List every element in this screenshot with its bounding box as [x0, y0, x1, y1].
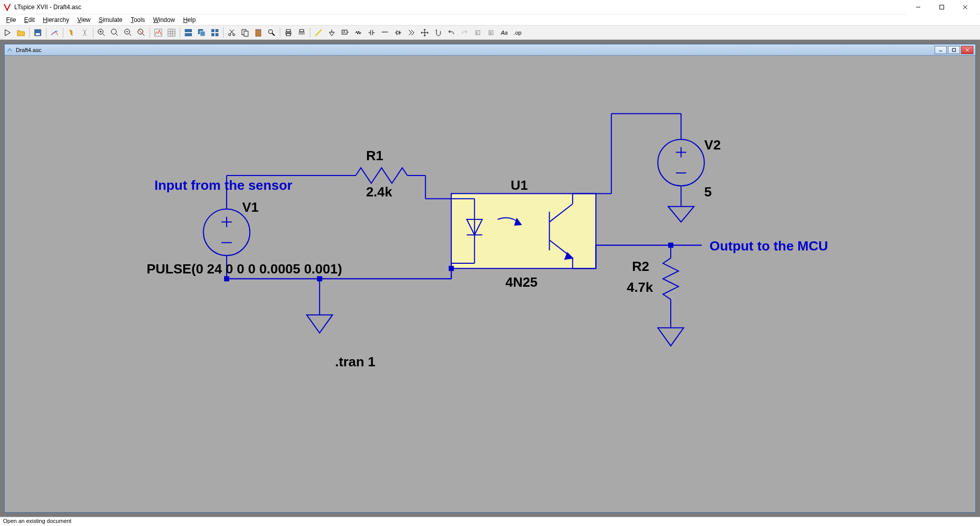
cascade-windows-button[interactable]: [195, 27, 208, 39]
toolbar: A E Ǝ Aa .op: [0, 26, 980, 40]
autorange-button[interactable]: [152, 27, 164, 39]
halt-button[interactable]: [79, 27, 91, 39]
menu-simulate[interactable]: Simulate: [94, 15, 127, 24]
zoom-in-button[interactable]: [95, 27, 108, 39]
resistor-button[interactable]: [352, 27, 364, 39]
svg-marker-86: [307, 315, 333, 333]
menu-window[interactable]: Window: [149, 15, 179, 24]
label-v2-name[interactable]: V2: [704, 137, 721, 153]
svg-rect-26: [185, 33, 192, 36]
label-v1-value[interactable]: PULSE(0 24 0 0 0 0.0005 0.001): [146, 261, 342, 277]
svg-rect-28: [200, 31, 205, 36]
svg-rect-46: [299, 32, 305, 35]
label-r1-name[interactable]: R1: [366, 148, 383, 163]
label-v1-name[interactable]: V1: [242, 199, 258, 215]
op-button-label: .op: [512, 30, 522, 36]
component-r1[interactable]: [356, 168, 407, 183]
svg-point-34: [233, 34, 235, 36]
toggle-grid-button[interactable]: [165, 27, 178, 39]
redo-button[interactable]: [458, 27, 471, 39]
move-button[interactable]: [419, 27, 431, 39]
undo-button[interactable]: [445, 27, 457, 39]
label-u1-name[interactable]: U1: [510, 178, 528, 193]
copy-button[interactable]: [239, 27, 251, 39]
svg-line-14: [129, 34, 131, 36]
svg-line-17: [142, 34, 144, 36]
menu-view[interactable]: View: [73, 15, 94, 24]
svg-rect-29: [211, 29, 214, 32]
svg-line-18: [138, 30, 142, 34]
ground-button[interactable]: [326, 27, 338, 39]
schematic-canvas[interactable]: V1 PULSE(0 24 0 0 0 0.0005 0.001) R1 2.4…: [5, 56, 975, 512]
close-all-button[interactable]: [209, 27, 221, 39]
window-title: LTspice XVII - Draft4.asc: [14, 4, 906, 11]
control-panel-button[interactable]: [48, 27, 61, 39]
svg-marker-4: [5, 30, 10, 36]
capacitor-button[interactable]: [365, 27, 378, 39]
menu-edit[interactable]: Edit: [20, 15, 39, 24]
zoom-fit-button[interactable]: [135, 27, 148, 39]
menubar: File Edit Hierarchy View Simulate Tools …: [0, 14, 980, 26]
child-close-button[interactable]: [961, 46, 973, 54]
print-setup-button[interactable]: [296, 27, 308, 39]
label-v2-value[interactable]: 5: [704, 184, 712, 199]
svg-rect-40: [257, 29, 260, 31]
child-titlebar[interactable]: Draft4.asc: [5, 44, 975, 56]
save-button[interactable]: [32, 27, 44, 39]
svg-rect-47: [300, 30, 304, 32]
run-button[interactable]: [65, 27, 78, 39]
cut-button[interactable]: [226, 27, 238, 39]
svg-rect-25: [185, 29, 192, 32]
menu-tools[interactable]: Tools: [127, 15, 149, 24]
mirror-button[interactable]: Ǝ: [485, 27, 497, 39]
component-v2[interactable]: [658, 139, 704, 207]
child-minimize-button[interactable]: [935, 46, 947, 54]
print-button[interactable]: [282, 27, 295, 39]
component-u1[interactable]: [451, 193, 596, 279]
svg-line-35: [230, 30, 234, 34]
inductor-button[interactable]: [379, 27, 391, 39]
draw-wire-button[interactable]: [312, 27, 325, 39]
minimize-button[interactable]: [906, 0, 930, 14]
app-icon: [3, 3, 11, 11]
svg-line-48: [315, 30, 322, 36]
zoom-out-button[interactable]: [122, 27, 134, 39]
child-window: Draft4.asc: [4, 44, 976, 513]
menu-file[interactable]: File: [2, 15, 20, 24]
label-r2-name[interactable]: R2: [632, 259, 649, 274]
paste-button[interactable]: [252, 27, 264, 39]
label-r1-value[interactable]: 2.4k: [366, 184, 393, 199]
rotate-button[interactable]: E: [472, 27, 484, 39]
close-button[interactable]: [953, 0, 977, 14]
menu-help[interactable]: Help: [179, 15, 200, 24]
pan-button[interactable]: [109, 27, 121, 39]
comment-output[interactable]: Output to the MCU: [709, 238, 828, 254]
menu-hierarchy[interactable]: Hierarchy: [39, 15, 73, 24]
svg-marker-118: [658, 328, 684, 345]
svg-rect-20: [168, 29, 175, 36]
tile-windows-button[interactable]: [182, 27, 194, 39]
component-r2[interactable]: [663, 245, 678, 328]
svg-rect-45: [286, 34, 290, 36]
find-button[interactable]: [265, 27, 278, 39]
svg-rect-38: [244, 31, 248, 36]
comment-input[interactable]: Input from the sensor: [154, 178, 292, 193]
svg-line-36: [230, 30, 233, 34]
new-schematic-button[interactable]: [2, 27, 14, 39]
diode-button[interactable]: [392, 27, 404, 39]
open-button[interactable]: [15, 27, 27, 39]
label-r2-value[interactable]: 4.7k: [627, 280, 653, 295]
child-maximize-button[interactable]: [948, 46, 960, 54]
label-net-button[interactable]: A: [339, 27, 351, 39]
maximize-button[interactable]: [930, 0, 953, 14]
svg-text:E: E: [476, 31, 479, 35]
text-button[interactable]: Aa: [498, 27, 510, 39]
svg-line-12: [116, 34, 118, 36]
component-button[interactable]: [405, 27, 418, 39]
spice-directive[interactable]: .tran 1: [335, 354, 375, 369]
text-button-label: Aa: [500, 30, 508, 36]
svg-point-33: [229, 34, 231, 36]
drag-button[interactable]: [432, 27, 444, 39]
spice-directive-button[interactable]: .op: [511, 27, 524, 39]
label-u1-value[interactable]: 4N25: [505, 274, 537, 290]
